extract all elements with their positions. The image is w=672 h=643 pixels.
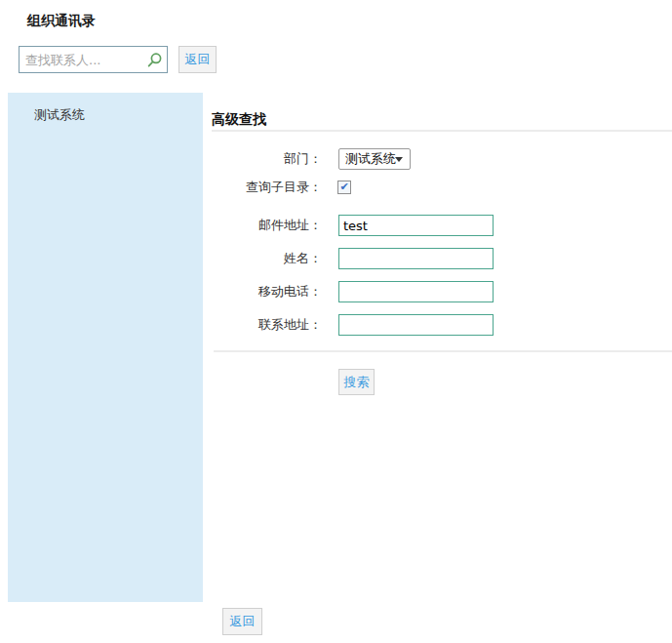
advanced-search-heading: 高级查找	[212, 111, 266, 129]
form-divider	[214, 350, 672, 352]
email-field[interactable]	[338, 215, 494, 236]
contact-address-label: 联系地址：	[212, 314, 322, 336]
search-icon[interactable]	[146, 52, 163, 68]
subdirectory-label: 查询子目录：	[212, 179, 322, 196]
back-button-bottom[interactable]: 返回	[222, 608, 262, 635]
name-label: 姓名：	[212, 248, 322, 269]
sidebar: 测试系统	[8, 93, 203, 602]
subdirectory-checkbox[interactable]: ✔	[337, 181, 351, 194]
department-select[interactable]: 测试系统	[338, 148, 411, 170]
heading-divider	[212, 130, 672, 132]
chevron-down-icon	[395, 157, 403, 162]
mobile-phone-field[interactable]	[338, 281, 494, 302]
contact-address-field[interactable]	[338, 314, 494, 336]
back-button-top[interactable]: 返回	[178, 46, 217, 73]
sidebar-item-test-system[interactable]: 测试系统	[8, 93, 203, 124]
page-title: 组织通讯录	[27, 13, 96, 30]
name-field[interactable]	[338, 248, 494, 269]
email-label: 邮件地址：	[212, 215, 322, 236]
department-label: 部门：	[212, 148, 322, 170]
mobile-phone-label: 移动电话：	[212, 281, 322, 302]
search-button[interactable]: 搜索	[338, 369, 375, 395]
page: 组织通讯录 返回 测试系统 高级查找 部门： 测试系统 查询子目录： ✔ 邮件地…	[0, 0, 672, 643]
department-select-value: 测试系统	[345, 151, 396, 166]
